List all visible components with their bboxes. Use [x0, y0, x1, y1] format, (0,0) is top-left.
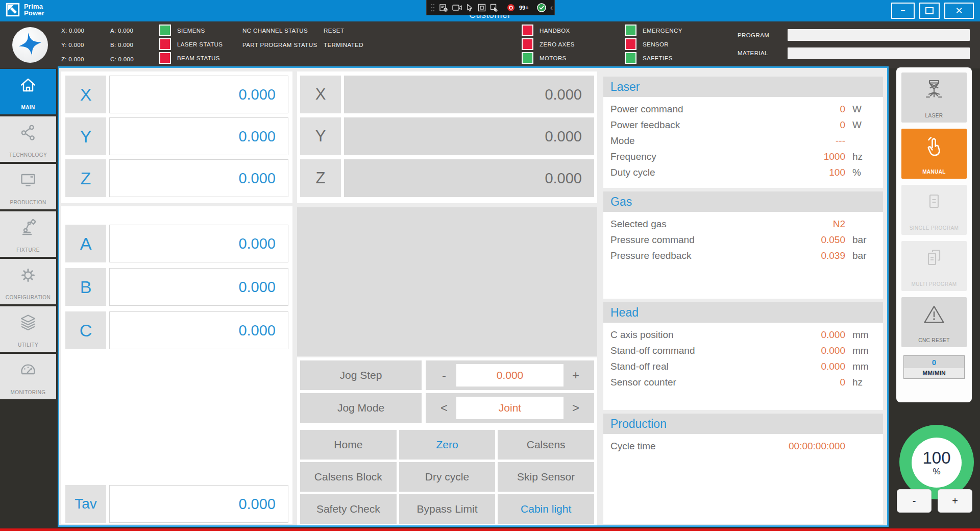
override-decrease-button[interactable]: -: [897, 489, 932, 513]
bypass-limit-button[interactable]: Bypass Limit: [399, 494, 496, 524]
hand-pointer-icon: [922, 134, 946, 160]
jog-step-control: - 0.000 +: [426, 360, 594, 390]
axis-value: 0.000: [109, 159, 288, 197]
axis-label: B: [65, 268, 106, 306]
production-section-title: Production: [603, 414, 883, 434]
drag-grip-icon[interactable]: [431, 4, 435, 12]
action-button-grid: Home Zero Calsens Calsens Block Dry cycl…: [300, 430, 594, 524]
document-icon: [922, 190, 946, 216]
head-section-body: C axis position0.000mm Stand-off command…: [603, 323, 883, 410]
axis-label: Z: [300, 159, 341, 197]
sidebar-item-utility[interactable]: UTILITY: [0, 306, 56, 352]
jog-mode-control: < Joint >: [426, 393, 594, 423]
cursor-frame-icon[interactable]: [490, 4, 499, 12]
axis-readout-c: C: 0.000: [110, 56, 134, 62]
material-label: MATERIAL: [738, 50, 768, 56]
share-nodes-icon: [18, 123, 38, 143]
maximize-button[interactable]: [919, 3, 940, 19]
status-indicator-motors: MOTORS: [522, 52, 567, 64]
calsens-button[interactable]: Calsens: [498, 430, 594, 460]
info-row-pressure-command: Pressure command0.050bar: [610, 232, 876, 248]
info-row-frequency: Frequency1000hz: [610, 149, 876, 164]
axis-readout-y: Y: 0.000: [61, 42, 84, 48]
info-row-selected-gas: Selected gasN2: [610, 216, 876, 232]
nc-channel-status-value: RESET: [324, 28, 344, 34]
axis-label: Tav: [65, 485, 106, 523]
axis-value: 0.000: [109, 76, 288, 113]
multi-program-mode-button[interactable]: MULTI PROGRAM: [901, 241, 967, 291]
axis-row-z: Z 0.000: [65, 159, 288, 197]
axis-value: 0.000: [109, 268, 288, 306]
override-unit: %: [933, 467, 940, 476]
collapse-overlay-chevron[interactable]: ‹: [550, 4, 553, 12]
close-button[interactable]: ✕: [944, 3, 974, 19]
single-program-mode-button[interactable]: SINGLE PROGRAM: [901, 185, 967, 235]
production-section-body: Cycle time00:00:00:000: [603, 434, 883, 524]
jog-mode-label: Jog Mode: [300, 393, 422, 423]
jog-mode-row: Jog Mode < Joint >: [300, 393, 594, 423]
jog-step-value-field[interactable]: 0.000: [456, 364, 564, 387]
axis-value: 0.000: [344, 117, 594, 155]
jog-step-increment-button[interactable]: +: [564, 368, 588, 382]
status-indicator-handbox: HANDBOX: [522, 25, 570, 36]
part-program-status-value: TERMINATED: [324, 42, 363, 48]
led-icon: [625, 25, 636, 36]
recorder-overlay-toolbar: 99+ ‹: [426, 0, 555, 15]
program-field[interactable]: [788, 29, 970, 41]
zero-button[interactable]: Zero: [399, 430, 496, 460]
maximize-icon: [925, 7, 934, 14]
sidebar-item-monitoring[interactable]: MONITORING: [0, 354, 56, 399]
led-icon: [522, 38, 533, 50]
material-field[interactable]: [788, 47, 970, 59]
info-row-power-command: Power command0W: [610, 101, 876, 117]
jog-mode-next-button[interactable]: >: [564, 401, 588, 415]
cursor-icon[interactable]: [466, 4, 474, 12]
axis-value: 0.000: [344, 159, 594, 197]
panel-settings-icon[interactable]: [439, 3, 448, 12]
sidebar-item-configuration[interactable]: CONFIGURATION: [0, 259, 56, 304]
laser-mode-button[interactable]: LASER: [901, 73, 967, 123]
nc-channel-status-label: NC CHANNEL STATUS: [242, 28, 308, 34]
axis-row-a: A 0.000: [65, 225, 288, 262]
status-indicator-sensor: SENSOR: [625, 38, 669, 50]
led-icon: [625, 52, 636, 64]
sidebar-item-main[interactable]: MAIN: [0, 69, 56, 114]
jog-mode-previous-button[interactable]: <: [432, 401, 456, 415]
status-indicator-safeties: SAFETIES: [625, 52, 673, 64]
cnc-reset-button[interactable]: CNC RESET: [901, 297, 967, 347]
override-value: 100: [922, 449, 950, 467]
minimize-button[interactable]: −: [891, 3, 915, 19]
axis-label: Z: [65, 159, 106, 197]
machine-logo: [12, 27, 48, 63]
cabin-light-button[interactable]: Cabin light: [498, 494, 594, 524]
dry-cycle-button[interactable]: Dry cycle: [399, 462, 496, 492]
info-row-pressure-feedback: Pressure feedback0.039bar: [610, 248, 876, 263]
sidebar-item-fixture[interactable]: FIXTURE: [0, 211, 56, 257]
axis-label: Y: [65, 117, 106, 155]
skip-sensor-button[interactable]: Skip Sensor: [498, 462, 594, 492]
info-row-mode: Mode---: [610, 133, 876, 149]
head-section-title: Head: [603, 302, 883, 323]
axes-abc-panel: A 0.000 B 0.000 C 0.000 Tav 0.000: [61, 206, 292, 524]
axis-row-x: X 0.000: [65, 76, 288, 113]
status-indicator-siemens: SIEMENS: [159, 25, 205, 36]
axis-row-c: C 0.000: [65, 311, 288, 349]
calsens-block-button[interactable]: Calsens Block: [300, 462, 397, 492]
sidebar-item-technology[interactable]: TECHNOLOGY: [0, 116, 56, 162]
home-button[interactable]: Home: [300, 430, 397, 460]
sidebar-item-production[interactable]: PRODUCTION: [0, 164, 56, 209]
jog-step-row: Jog Step - 0.000 +: [300, 360, 594, 390]
led-icon: [159, 25, 171, 36]
manual-mode-button[interactable]: MANUAL: [901, 129, 967, 179]
jog-step-decrement-button[interactable]: -: [432, 368, 456, 382]
safety-check-button[interactable]: Safety Check: [300, 494, 397, 524]
check-status-icon[interactable]: [537, 3, 546, 12]
statusbar: X: 0.000 Y: 0.000 Z: 0.000 A: 0.000 B: 0…: [0, 21, 980, 68]
override-increase-button[interactable]: +: [938, 489, 972, 513]
jog-mode-value-field[interactable]: Joint: [456, 397, 564, 419]
alert-badge-icon[interactable]: [507, 4, 515, 12]
machine-axis-row-z: Z 0.000: [300, 159, 594, 197]
frame-capture-icon[interactable]: [478, 4, 486, 12]
info-row-standoff-command: Stand-off command0.000mm: [610, 343, 876, 358]
screen-record-icon[interactable]: [452, 4, 462, 11]
